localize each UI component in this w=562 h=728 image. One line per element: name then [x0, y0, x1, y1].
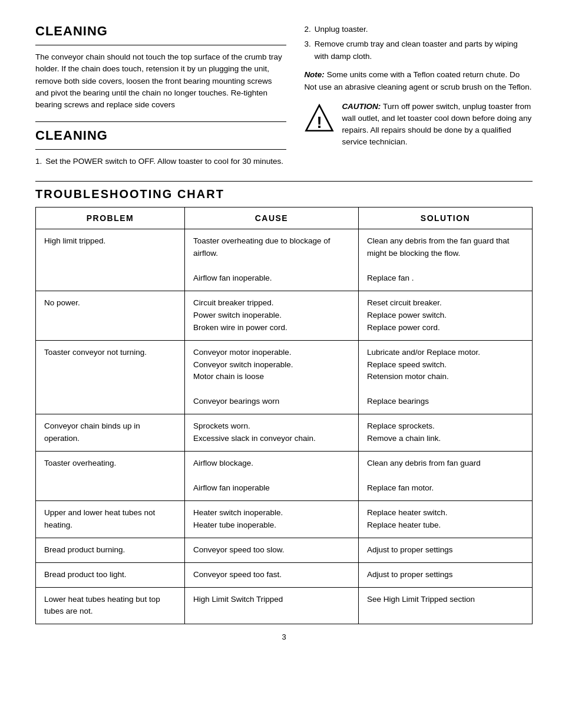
problem-cell: Upper and lower heat tubes not heating.: [36, 500, 185, 538]
page-number: 3: [35, 633, 533, 641]
solution-cell: Clean any debris from fan guardReplace f…: [358, 452, 532, 501]
problem-cell: High limit tripped.: [36, 229, 185, 291]
table-row: Toaster conveyor not turning.Conveyor mo…: [36, 340, 533, 414]
table-row: Toaster overheating.Airflow blockage.Air…: [36, 452, 533, 501]
cause-cell: Conveyor speed too slow.: [184, 538, 358, 562]
col-header-cause: Cause: [184, 207, 358, 229]
cleaning-step-1: 1. Set the POWER switch to OFF. Allow to…: [35, 156, 286, 168]
note-label: Note:: [304, 70, 325, 79]
cause-cell: High Limit Switch Tripped: [184, 587, 358, 624]
table-row: Conveyor chain binds up in operation.Spr…: [36, 414, 533, 452]
caution-label: CAUTION:: [342, 102, 381, 111]
svg-text:!: !: [317, 113, 322, 131]
cause-cell: Sprockets worn.Excessive slack in convey…: [184, 414, 358, 452]
problem-cell: Lower heat tubes heating but top tubes a…: [36, 587, 185, 624]
cleaning-left-col: Cleaning The conveyor chain should not t…: [35, 24, 286, 170]
problem-cell: Conveyor chain binds up in operation.: [36, 414, 185, 452]
solution-cell: Lubricate and/or Replace motor.Replace s…: [358, 340, 532, 414]
problem-cell: Toaster overheating.: [36, 452, 185, 501]
cleaning-body-1: The conveyor chain should not touch the …: [35, 51, 286, 111]
cause-cell: Toaster overheating due to blockage of a…: [184, 229, 358, 291]
problem-cell: Bread product too light.: [36, 562, 185, 587]
cleaning-right-col: 2. Unplug toaster. 3. Remove crumb tray …: [304, 24, 533, 170]
solution-cell: Reset circuit breaker.Replace power swit…: [358, 291, 532, 340]
troubleshooting-title: Troubleshooting Chart: [35, 181, 533, 201]
troubleshooting-table: Problem Cause Solution High limit trippe…: [35, 207, 533, 624]
cause-cell: Heater switch inoperable.Heater tube ino…: [184, 500, 358, 538]
solution-cell: Replace sprockets.Remove a chain link.: [358, 414, 532, 452]
caution-icon: !: [304, 103, 335, 134]
cleaning-step-3: 3. Remove crumb tray and clean toaster a…: [304, 38, 533, 63]
cleaning-step-2: 2. Unplug toaster.: [304, 24, 533, 36]
table-row: Upper and lower heat tubes not heating.H…: [36, 500, 533, 538]
table-row: Bread product too light.Conveyor speed t…: [36, 562, 533, 587]
table-row: High limit tripped.Toaster overheating d…: [36, 229, 533, 291]
cause-cell: Airflow blockage.Airflow fan inoperable: [184, 452, 358, 501]
solution-cell: Replace heater switch.Replace heater tub…: [358, 500, 532, 538]
table-row: No power.Circuit breaker tripped.Power s…: [36, 291, 533, 340]
problem-cell: No power.: [36, 291, 185, 340]
caution-text: CAUTION: Turn off power switch, unplug t…: [342, 101, 533, 149]
solution-cell: See High Limit Tripped section: [358, 587, 532, 624]
troubleshooting-section: Troubleshooting Chart Problem Cause Solu…: [35, 181, 533, 624]
cleaning-title-2: Cleaning: [35, 128, 286, 143]
cause-cell: Circuit breaker tripped.Power switch ino…: [184, 291, 358, 340]
solution-cell: Adjust to proper settings: [358, 562, 532, 587]
cleaning-note: Note: Some units come with a Teflon coat…: [304, 69, 533, 94]
solution-cell: Clean any debris from the fan guard that…: [358, 229, 532, 291]
cleaning-title-1: Cleaning: [35, 24, 286, 39]
problem-cell: Bread product burning.: [36, 538, 185, 562]
table-row: Bread product burning.Conveyor speed too…: [36, 538, 533, 562]
problem-cell: Toaster conveyor not turning.: [36, 340, 185, 414]
cause-cell: Conveyor speed too fast.: [184, 562, 358, 587]
cause-cell: Conveyor motor inoperable.Conveyor switc…: [184, 340, 358, 414]
table-row: Lower heat tubes heating but top tubes a…: [36, 587, 533, 624]
note-text: Some units come with a Teflon coated ret…: [304, 70, 531, 91]
caution-box: ! CAUTION: Turn off power switch, unplug…: [304, 101, 533, 149]
col-header-problem: Problem: [36, 207, 185, 229]
solution-cell: Adjust to proper settings: [358, 538, 532, 562]
col-header-solution: Solution: [358, 207, 532, 229]
